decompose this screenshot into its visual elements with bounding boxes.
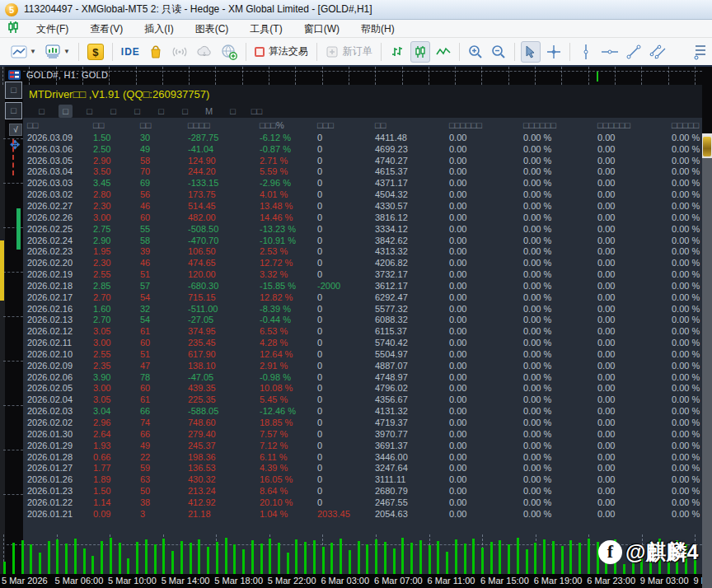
cloud-button[interactable]: [194, 41, 215, 63]
crosshair-button[interactable]: [544, 41, 564, 63]
volume-bar: [251, 540, 254, 574]
ea-button-row: □□□□□□□M□□□: [35, 105, 274, 118]
ea-side-button[interactable]: □: [5, 102, 22, 119]
volume-bar: [110, 538, 112, 574]
ea-button[interactable]: □: [178, 105, 192, 118]
time-axis-label: 6 Mar 23:00: [587, 576, 635, 586]
time-axis[interactable]: 5 Mar 20265 Mar 06:005 Mar 10:005 Mar 14…: [0, 574, 712, 588]
channel-button[interactable]: [647, 41, 668, 63]
chart-object-fragment: [0, 240, 4, 301]
line-mode-button[interactable]: [433, 41, 453, 63]
table-row: 2026.03.052.9058124.902.71 %04740.270.00…: [23, 155, 702, 166]
menu-item-5[interactable]: 窗口(W): [293, 21, 350, 37]
new-chart-button[interactable]: ▼: [8, 41, 39, 63]
volume-bar: [162, 539, 165, 574]
grid-line: [668, 67, 669, 85]
volume-bar: [198, 539, 200, 574]
ea-side-button[interactable]: □: [5, 82, 22, 99]
signals-button[interactable]: [169, 41, 190, 63]
volume-bar: [21, 540, 24, 574]
table-row: 2026.02.272.3046514.4513.48 %04330.570.0…: [23, 200, 702, 212]
move-handle-icon[interactable]: ✥: [10, 138, 21, 152]
ide-label: IDE: [121, 46, 140, 58]
table-row: 2026.02.113.0060235.454.28 %05740.420.00…: [23, 337, 702, 348]
table-row: 2026.03.022.8056173.754.01 %04504.320.00…: [23, 189, 702, 200]
menu-item-2[interactable]: 插入(I): [134, 21, 184, 37]
ea-button[interactable]: □: [59, 105, 73, 118]
bars-mode-button[interactable]: [387, 41, 407, 63]
new-order-button[interactable]: 新订单: [323, 41, 375, 63]
volume-bar: [543, 539, 546, 574]
trendline-button[interactable]: [624, 41, 644, 63]
chart-area[interactable]: GOLD#, H1: GOLD MTDriver□□ ,V1.91 (QQ□:2…: [0, 67, 712, 588]
chart-profile-button[interactable]: ▼: [42, 41, 73, 63]
volume-bar: [499, 540, 501, 574]
table-row: 2026.02.161.6032-511.00-8.39 %05577.320.…: [23, 303, 702, 315]
time-axis-label: 5 Mar 18:00: [214, 576, 263, 586]
grid-line: [561, 67, 562, 85]
background-window-strip: [702, 133, 712, 588]
volume-bar: [12, 543, 15, 574]
column-header: □□: [375, 120, 449, 130]
menu-item-4[interactable]: 工具(T): [239, 21, 293, 37]
grid-line: [375, 67, 376, 85]
volume-bar: [472, 539, 475, 574]
volume-bar: [39, 553, 41, 574]
ea-button[interactable]: □□: [250, 105, 264, 118]
volume-bar: [490, 542, 493, 574]
volume-bar: [517, 538, 519, 574]
ea-button[interactable]: □: [154, 105, 168, 118]
deposit-button[interactable]: $: [85, 41, 106, 63]
grid-line: [189, 67, 190, 85]
ea-button[interactable]: □: [106, 105, 120, 118]
volume-bar: [145, 539, 148, 574]
menu-item-6[interactable]: 帮助(H): [350, 21, 405, 37]
volume-bar: [216, 542, 218, 574]
volume-bar: [171, 551, 174, 574]
toolbar: ▼ ▼ $ IDE 算法交易 新订单: [0, 38, 712, 67]
toolbar-overflow-button[interactable]: [691, 41, 710, 63]
ea-button[interactable]: □: [82, 105, 96, 118]
ea-banner-text: MTDriver□□ ,V1.91 (QQ□:260937757): [29, 88, 209, 100]
grid-line: [429, 67, 429, 85]
candles-mode-button[interactable]: [410, 41, 430, 63]
table-row: 2026.02.102.5551617.9012.64 %05504.970.0…: [23, 348, 702, 360]
grid-line: [215, 67, 216, 85]
ide-button[interactable]: IDE: [119, 41, 143, 63]
new-order-label: 新订单: [343, 44, 372, 58]
quotes-panel-icon[interactable]: [8, 70, 21, 80]
volume-bar: [260, 544, 263, 574]
volume-bar: [526, 549, 528, 574]
vertical-line-button[interactable]: [576, 41, 596, 63]
volume-bar: [65, 544, 68, 574]
table-row: 2026.02.092.3547138.102.91 %04887.070.00…: [23, 360, 702, 371]
volume-bar: [304, 542, 307, 574]
time-axis-label: 6 Mar 03:00: [321, 576, 369, 586]
grid-line: [455, 67, 456, 85]
window-left-edge: [0, 67, 5, 588]
ea-button[interactable]: □: [226, 105, 240, 118]
ea-button[interactable]: M: [202, 105, 216, 118]
horizontal-line-button[interactable]: [599, 41, 621, 63]
volume-bar: [154, 544, 157, 574]
mt5-logo-icon: 5: [5, 3, 18, 16]
cursor-button[interactable]: [521, 41, 541, 63]
zoom-in-button[interactable]: [466, 41, 485, 63]
volume-bar: [207, 547, 209, 574]
volume-bar: [552, 541, 555, 574]
algo-trading-button[interactable]: 算法交易: [252, 41, 311, 63]
volume-bar: [295, 539, 297, 574]
ea-button[interactable]: □: [35, 105, 49, 118]
menu-item-3[interactable]: 图表(C): [185, 21, 240, 37]
market-button[interactable]: [146, 41, 166, 63]
community-button[interactable]: [218, 41, 240, 63]
symbol-row: GOLD#, H1: GOLD: [8, 70, 108, 80]
grid-line: [2, 67, 3, 85]
table-row: 2026.03.091.5030-287.75-6.12 %04411.480.…: [23, 132, 702, 143]
menu-item-1[interactable]: 查看(V): [79, 21, 134, 37]
ea-button[interactable]: □: [130, 105, 144, 118]
time-axis-label: 5 Mar 10:00: [108, 576, 157, 586]
menu-item-0[interactable]: 文件(F): [26, 21, 79, 37]
zoom-out-button[interactable]: [489, 41, 508, 63]
ea-check-button[interactable]: √: [9, 124, 22, 136]
